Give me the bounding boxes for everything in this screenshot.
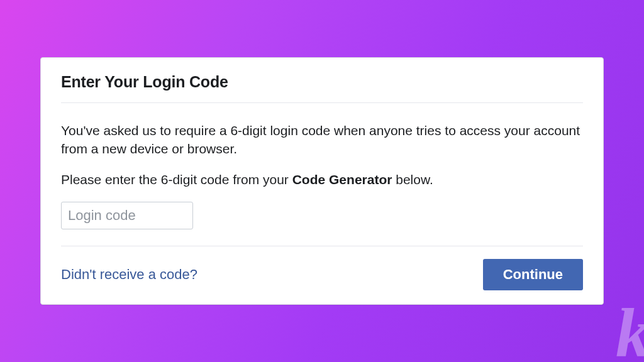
instruction-suffix: below. bbox=[392, 172, 433, 187]
instruction-prefix: Please enter the 6-digit code from your bbox=[61, 172, 292, 187]
login-code-input[interactable] bbox=[61, 202, 193, 229]
watermark: k bbox=[616, 293, 644, 362]
continue-button[interactable]: Continue bbox=[483, 259, 583, 290]
dialog-title: Enter Your Login Code bbox=[61, 73, 583, 91]
no-code-link[interactable]: Didn't receive a code? bbox=[61, 266, 197, 283]
divider-bottom bbox=[61, 246, 583, 246]
login-code-dialog: Enter Your Login Code You've asked us to… bbox=[40, 57, 604, 305]
instruction-text-2: Please enter the 6-digit code from your … bbox=[61, 171, 583, 189]
code-generator-label: Code Generator bbox=[292, 172, 392, 187]
dialog-footer: Didn't receive a code? Continue bbox=[61, 259, 583, 290]
instruction-text-1: You've asked us to require a 6-digit log… bbox=[61, 122, 583, 158]
divider-top bbox=[61, 102, 583, 103]
